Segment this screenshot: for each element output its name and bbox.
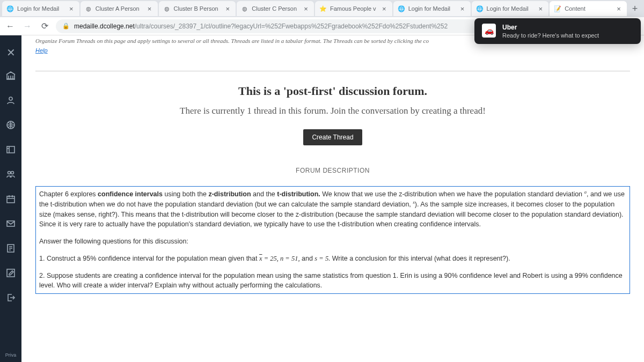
forum-description-box[interactable]: Chapter 6 explores confidence intervals … [35, 186, 630, 294]
sidebar-messages[interactable] [0, 211, 21, 236]
desc-paragraph-1: Chapter 6 explores confidence intervals … [39, 189, 626, 229]
tab-5[interactable]: 🌐Login for Medail× [393, 1, 471, 16]
tab-2[interactable]: ◍Cluster B Person× [159, 1, 236, 16]
sidebar-close[interactable]: ✕ [0, 42, 21, 63]
tab-title: Cluster B Person [174, 5, 221, 12]
svg-point-4 [11, 172, 14, 174]
sidebar-activity[interactable] [0, 113, 21, 137]
svg-point-3 [8, 172, 11, 174]
help-link[interactable]: Help [35, 47, 48, 54]
svg-rect-6 [7, 221, 14, 226]
globe-icon: 🌐 [476, 5, 484, 12]
close-icon[interactable]: × [146, 5, 153, 12]
reload-button[interactable]: ⟳ [39, 20, 50, 32]
privacy-label: Priva [5, 352, 17, 358]
notification-title: Uber [502, 24, 599, 31]
desc-paragraph-2: Answer the following questions for this … [39, 237, 626, 246]
sidebar-footer: Priva [0, 352, 21, 362]
close-icon[interactable]: × [224, 5, 231, 12]
notification-text: Uber Ready to ride? Here's what to expec… [502, 24, 599, 39]
sidebar-signout[interactable] [0, 285, 21, 310]
close-icon[interactable]: × [615, 5, 623, 12]
sidebar-grades[interactable] [0, 236, 21, 261]
doc-icon: ◍ [85, 5, 92, 12]
globe-icon: 🌐 [398, 5, 405, 12]
sidebar-calendar[interactable] [0, 187, 21, 211]
main-container: ✕ Priva Organize Forum Threads on this p… [0, 35, 644, 362]
people-icon [5, 169, 16, 180]
desc-question-1: 1. Construct a 95% confidence interval f… [39, 254, 626, 263]
courses-icon [5, 144, 16, 155]
edit-icon [5, 268, 16, 278]
address-bar-row: ← → ⟳ 🔒 medaille.dcollege.net/ultra/cour… [0, 17, 644, 35]
desc-question-2: 2. Suppose students are creating a confi… [39, 271, 626, 290]
close-icon[interactable]: × [68, 5, 75, 12]
note-icon: 📝 [554, 5, 561, 12]
forward-button[interactable]: → [21, 20, 33, 32]
lock-icon: 🔒 [62, 23, 70, 29]
uber-icon: 🚗 [482, 24, 496, 38]
sidebar-organizations[interactable] [0, 162, 21, 187]
tab-6[interactable]: 🌐Login for Medail× [472, 1, 549, 16]
tab-title: Login for Medail [408, 5, 456, 12]
grades-icon [5, 243, 16, 254]
person-icon [5, 95, 16, 106]
institution-icon [5, 70, 16, 81]
sidebar-institution[interactable] [0, 63, 21, 88]
tab-3[interactable]: ◍Cluster C Person× [237, 1, 314, 16]
divider [35, 71, 630, 71]
notification-body: Ready to ride? Here's what to expect [502, 32, 599, 39]
create-thread-button[interactable]: Create Thread [303, 129, 362, 145]
doc-icon: ◍ [241, 5, 248, 12]
tab-4[interactable]: ⭐Famous People v× [315, 1, 392, 16]
tab-0[interactable]: 🌐Login for Medail× [2, 1, 79, 16]
signout-icon [5, 292, 16, 303]
close-icon[interactable]: × [537, 5, 544, 12]
new-tab-button[interactable]: + [628, 2, 642, 16]
tab-title: Login for Medail [487, 5, 534, 12]
doc-icon: ◍ [163, 5, 171, 12]
sidebar: ✕ Priva [0, 35, 21, 362]
tab-title: Cluster A Person [96, 5, 143, 12]
svg-rect-2 [7, 146, 14, 153]
back-button[interactable]: ← [4, 20, 16, 32]
forum-description-label: FORUM DESCRIPTION [35, 167, 630, 174]
calendar-icon [5, 194, 16, 204]
star-icon: ⭐ [319, 5, 327, 12]
svg-rect-5 [7, 196, 14, 203]
globe-icon: 🌐 [6, 5, 14, 12]
tab-1[interactable]: ◍Cluster A Person× [80, 1, 158, 16]
close-icon[interactable]: × [459, 5, 466, 12]
sidebar-profile[interactable] [0, 88, 21, 113]
browser-tab-strip: 🌐Login for Medail× ◍Cluster A Person× ◍C… [0, 0, 644, 17]
close-icon[interactable]: × [380, 5, 388, 12]
sidebar-courses[interactable] [0, 137, 21, 162]
forum-heading: This is a 'post-first' discussion forum. [35, 84, 630, 98]
tab-title: Cluster C Person [252, 5, 299, 12]
close-icon[interactable]: × [302, 5, 310, 12]
tab-title: Famous People v [330, 5, 377, 12]
globe-grid-icon [5, 120, 16, 130]
notification-popup[interactable]: 🚗 Uber Ready to ride? Here's what to exp… [474, 18, 641, 44]
tab-7-active[interactable]: 📝Content× [550, 1, 627, 16]
mail-icon [5, 218, 16, 229]
tab-title: Login for Medail [17, 5, 64, 12]
forum-subheading: There is currently 1 thread in this foru… [35, 106, 630, 116]
svg-point-0 [9, 97, 12, 100]
tab-title: Content [565, 5, 612, 12]
sidebar-tools[interactable] [0, 261, 21, 285]
content-area: Organize Forum Threads on this page and … [21, 35, 644, 362]
